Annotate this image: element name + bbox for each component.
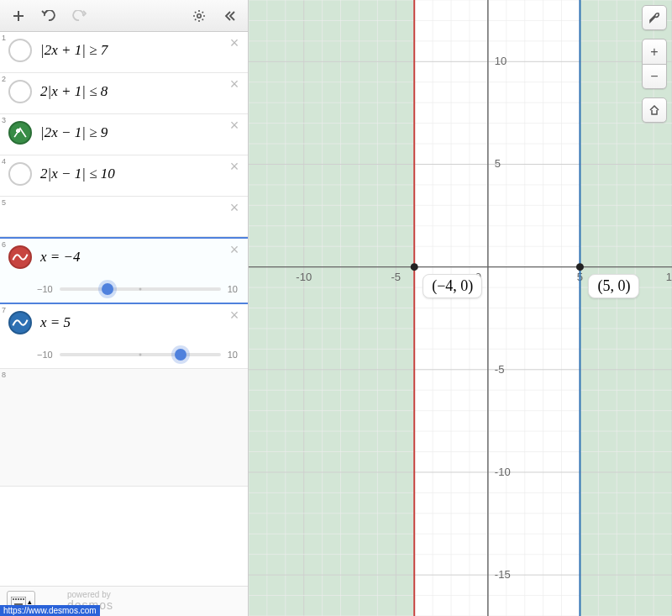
- expression-list: 1 |2x + 1| ≥ 7 × 2 2|x + 1| ≤ 8 × 3 |2x …: [0, 32, 248, 586]
- svg-rect-2: [13, 598, 14, 600]
- expression-latex[interactable]: |2x − 1| ≥ 9: [37, 114, 248, 155]
- expression-row[interactable]: 1 |2x + 1| ≥ 7 ×: [0, 32, 248, 73]
- expression-toggle-icon[interactable]: [8, 311, 32, 334]
- slider-thumb[interactable]: [102, 283, 113, 295]
- expression-index: 3: [0, 114, 8, 124]
- expression-index: 2: [0, 73, 8, 83]
- expression-row[interactable]: 6 x = −4 × −10 10: [0, 237, 248, 304]
- svg-text:-5: -5: [391, 271, 402, 283]
- expression-latex[interactable]: 2|x − 1| ≤ 10: [37, 155, 248, 196]
- close-icon[interactable]: ×: [226, 308, 243, 324]
- zoom-in-button[interactable]: +: [642, 39, 667, 64]
- expression-toggle-icon[interactable]: [8, 121, 32, 145]
- slider-max: 10: [228, 350, 238, 360]
- svg-text:-5: -5: [495, 363, 505, 376]
- expression-sidebar: 1 |2x + 1| ≥ 7 × 2 2|x + 1| ≤ 8 × 3 |2x …: [0, 0, 249, 616]
- expression-latex[interactable]: [37, 369, 248, 399]
- close-icon[interactable]: ×: [226, 35, 243, 52]
- close-icon[interactable]: ×: [226, 76, 243, 93]
- redo-icon[interactable]: [66, 3, 92, 29]
- point-label: (5, 0): [588, 274, 639, 298]
- slider-min: −10: [37, 350, 53, 360]
- svg-text:-10: -10: [495, 466, 511, 478]
- sidebar-toolbar: [0, 0, 248, 32]
- expression-row[interactable]: 5 ×: [0, 197, 248, 237]
- expression-index: 8: [0, 369, 8, 379]
- graph-controls: + −: [642, 5, 667, 123]
- svg-rect-5: [20, 598, 22, 600]
- expression-index: 7: [0, 304, 8, 314]
- slider-max: 10: [228, 284, 238, 294]
- svg-rect-4: [18, 598, 19, 600]
- expression-toggle-icon[interactable]: [8, 245, 32, 269]
- status-link: https://www.desmos.com: [0, 605, 100, 616]
- undo-icon[interactable]: [35, 3, 62, 29]
- wrench-icon[interactable]: [642, 5, 667, 30]
- close-icon[interactable]: ×: [226, 200, 243, 217]
- expression-row[interactable]: 8: [0, 369, 248, 487]
- collapse-icon[interactable]: [216, 3, 243, 29]
- home-icon[interactable]: [642, 97, 667, 123]
- point-label: (−4, 0): [423, 274, 482, 298]
- expression-index: 4: [0, 155, 8, 166]
- graph-svg: -10-50510-15-10-5510: [249, 0, 672, 616]
- graph-canvas[interactable]: -10-50510-15-10-5510 (−4, 0)(5, 0): [249, 0, 672, 616]
- expression-row[interactable]: 7 x = 5 × −10 10: [0, 304, 248, 369]
- svg-text:10: 10: [666, 271, 672, 283]
- expression-latex[interactable]: x = −4: [37, 239, 248, 279]
- expression-index: 1: [0, 32, 8, 42]
- close-icon[interactable]: ×: [226, 118, 243, 134]
- slider-track[interactable]: [60, 287, 221, 291]
- add-icon[interactable]: [5, 3, 32, 29]
- gear-icon[interactable]: [186, 3, 213, 29]
- slider-thumb[interactable]: [175, 349, 186, 361]
- slider[interactable]: −10 10: [0, 279, 248, 303]
- expression-row[interactable]: 2 2|x + 1| ≤ 8 ×: [0, 73, 248, 114]
- expression-latex[interactable]: 2|x + 1| ≤ 8: [37, 73, 248, 113]
- expression-toggle-icon[interactable]: [8, 80, 32, 103]
- svg-text:5: 5: [495, 157, 501, 170]
- plotted-point: [576, 263, 584, 271]
- expression-latex[interactable]: [37, 197, 248, 227]
- svg-text:-10: -10: [296, 271, 312, 283]
- close-icon[interactable]: ×: [226, 242, 243, 259]
- close-icon[interactable]: ×: [226, 159, 243, 176]
- expression-toggle-icon[interactable]: [8, 162, 32, 186]
- svg-point-0: [197, 13, 201, 17]
- svg-rect-6: [23, 598, 24, 600]
- expression-row[interactable]: 4 2|x − 1| ≤ 10 ×: [0, 155, 248, 197]
- expression-row[interactable]: 3 |2x − 1| ≥ 9 ×: [0, 114, 248, 155]
- expression-latex[interactable]: x = 5: [37, 304, 248, 345]
- svg-text:-15: -15: [495, 568, 511, 581]
- expression-latex[interactable]: |2x + 1| ≥ 7: [37, 32, 248, 72]
- slider-track[interactable]: [60, 353, 221, 356]
- expression-index: 5: [0, 197, 8, 207]
- svg-rect-3: [15, 598, 17, 600]
- svg-text:10: 10: [495, 55, 507, 67]
- slider[interactable]: −10 10: [0, 345, 248, 368]
- plotted-point: [411, 263, 418, 271]
- slider-min: −10: [37, 284, 53, 294]
- expression-index: 6: [0, 239, 8, 249]
- zoom-out-button[interactable]: −: [642, 64, 667, 89]
- expression-toggle-icon[interactable]: [8, 39, 32, 62]
